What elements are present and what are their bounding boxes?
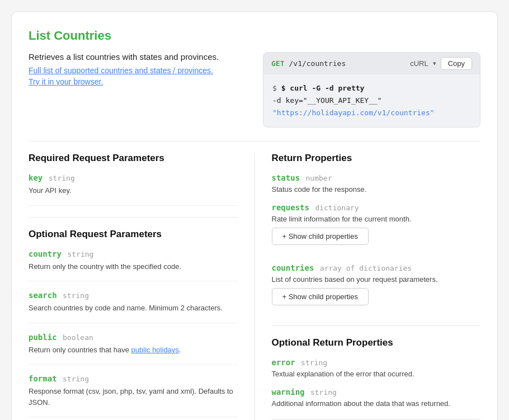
param-key: key string Your API key. xyxy=(29,173,238,206)
return-props-title: Return Properties xyxy=(272,153,481,164)
param-type-public: boolean xyxy=(63,333,93,342)
public-holidays-link[interactable]: public holidays xyxy=(131,346,179,354)
prop-countries: countries array of dictionaries List of … xyxy=(272,263,481,314)
prop-type-warning: string xyxy=(310,388,337,397)
prop-requests: requests dictionary Rate limit informati… xyxy=(272,202,481,254)
param-name-key: key xyxy=(29,173,43,182)
param-desc-format: Response format (csv, json, php, tsv, ya… xyxy=(29,386,238,408)
prop-name-warning: warning xyxy=(272,388,305,397)
prop-desc-error: Textual explanation of the error that oc… xyxy=(272,370,481,378)
prop-type-error: string xyxy=(301,358,327,367)
link-countries-list[interactable]: Full list of supported countries and sta… xyxy=(29,66,246,75)
param-country: country string Return only the country w… xyxy=(29,249,238,282)
prop-name-status: status xyxy=(272,173,300,182)
params-divider xyxy=(29,217,238,218)
param-name-country: country xyxy=(29,249,62,258)
top-left: Retrieves a list countries with states a… xyxy=(29,52,246,88)
show-children-requests-button[interactable]: + Show child properties xyxy=(272,228,369,245)
prop-type-requests: dictionary xyxy=(315,204,359,212)
right-column: Return Properties status number Status c… xyxy=(255,153,481,420)
param-type-search: string xyxy=(63,291,89,300)
show-children-countries-button[interactable]: + Show child properties xyxy=(272,288,369,305)
code-body: $ $ curl -G -d pretty -d key="__YOUR_API… xyxy=(263,74,480,127)
code-line-3: "https://holidayapi.com/v1/countries" xyxy=(272,107,471,119)
param-type-country: string xyxy=(67,250,93,258)
top-divider xyxy=(29,141,480,141)
param-desc-country: Return only the country with the specifi… xyxy=(29,261,238,272)
top-right: GET /v1/countries cURL ▾ Copy $ $ curl -… xyxy=(263,52,480,128)
prop-type-countries: array of dictionaries xyxy=(320,264,412,272)
prop-name-error: error xyxy=(272,358,295,367)
dropdown-arrow-icon[interactable]: ▾ xyxy=(433,60,436,67)
required-params-title: Required Request Parameters xyxy=(29,153,238,164)
endpoint-path: /v1/countries xyxy=(289,59,406,68)
param-desc-public: Return only countries that have public h… xyxy=(29,345,238,356)
page-title: List Countries xyxy=(29,29,480,43)
left-column: Required Request Parameters key string Y… xyxy=(29,153,255,420)
code-line-1: $ $ curl -G -d pretty xyxy=(272,82,471,95)
prop-desc-status: Status code for the response. xyxy=(272,185,481,194)
prop-desc-warning: Additional information about the data th… xyxy=(272,399,481,408)
sample-divider xyxy=(272,419,481,419)
prop-error: error string Textual explanation of the … xyxy=(272,357,481,378)
param-public: public boolean Return only countries tha… xyxy=(29,332,238,365)
main-card: List Countries Retrieves a list countrie… xyxy=(11,11,498,420)
prop-type-status: number xyxy=(306,174,332,182)
copy-button[interactable]: Copy xyxy=(441,57,472,70)
optional-params-title: Optional Request Parameters xyxy=(29,229,238,240)
optional-return-title: Optional Return Properties xyxy=(272,337,481,348)
link-try-browser[interactable]: Try it in your browser. xyxy=(29,77,246,86)
prop-status: status number Status code for the respon… xyxy=(272,173,481,194)
param-name-search: search xyxy=(29,291,57,300)
format-label: cURL xyxy=(410,59,428,68)
main-section: Required Request Parameters key string Y… xyxy=(29,153,480,420)
prop-desc-requests: Rate limit information for the current m… xyxy=(272,215,481,223)
prop-name-countries: countries xyxy=(272,263,314,272)
prop-warning: warning string Additional information ab… xyxy=(272,387,481,408)
param-desc-key: Your API key. xyxy=(29,185,238,196)
param-name-public: public xyxy=(29,333,57,342)
prop-desc-countries: List of countries based on your request … xyxy=(272,275,481,284)
description: Retrieves a list countries with states a… xyxy=(29,52,246,62)
code-line-2: -d key="__YOUR_API_KEY__" xyxy=(272,95,471,107)
return-divider xyxy=(272,325,481,326)
prop-name-requests: requests xyxy=(272,203,309,212)
param-desc-search: Search countries by code and name. Minim… xyxy=(29,303,238,314)
param-search: search string Search countries by code a… xyxy=(29,290,238,323)
param-name-format: format xyxy=(29,374,57,383)
code-block: GET /v1/countries cURL ▾ Copy $ $ curl -… xyxy=(263,52,480,128)
param-type-format: string xyxy=(63,375,89,383)
code-header: GET /v1/countries cURL ▾ Copy xyxy=(263,53,480,74)
top-section: Retrieves a list countries with states a… xyxy=(29,52,480,128)
param-type-key: string xyxy=(49,174,75,182)
param-format: format string Response format (csv, json… xyxy=(29,374,238,417)
http-method: GET xyxy=(271,59,284,68)
